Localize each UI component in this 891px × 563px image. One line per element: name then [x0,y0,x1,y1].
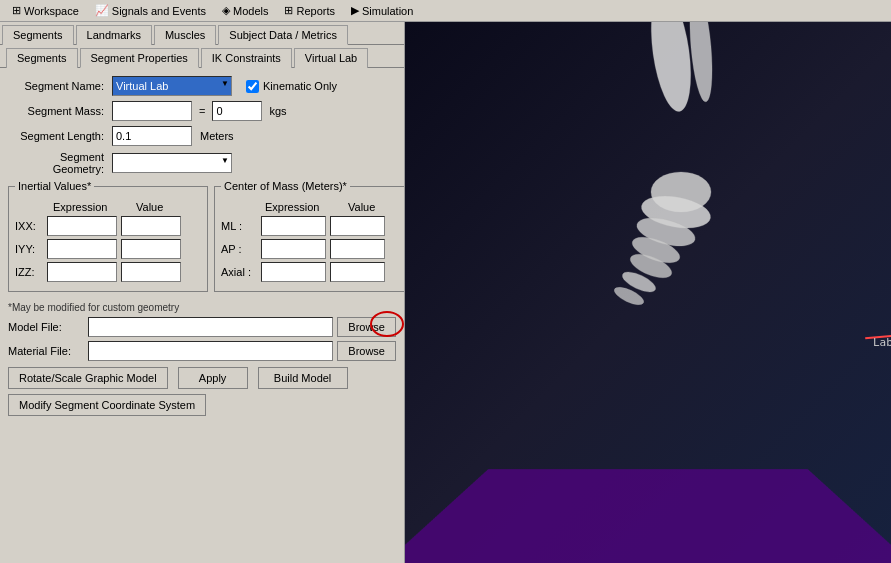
menu-workspace[interactable]: ⊞ Workspace [4,2,87,19]
tab-segment-properties[interactable]: Segment Properties [80,48,199,68]
axial-expr-input[interactable] [261,262,326,282]
ap-row: AP : [221,239,404,259]
right-panel: Lab_Z Lab_Y Lab_X Lab_Origin RSHK RKNE R… [405,22,891,563]
com-expr-header: Expression [265,201,340,213]
tab-bar-level1: Segments Landmarks Muscles Subject Data … [0,22,404,45]
svg-point-0 [645,22,697,114]
model-file-input[interactable] [88,317,333,337]
eq-sign: = [199,105,205,117]
ml-val-input[interactable] [330,216,385,236]
menu-simulation[interactable]: ▶ Simulation [343,2,421,19]
material-file-browse-button[interactable]: Browse [337,341,396,361]
ixx-label: IXX: [15,220,43,232]
ap-expr-input[interactable] [261,239,326,259]
tab-muscles[interactable]: Muscles [154,25,216,45]
material-file-input[interactable] [88,341,333,361]
iyy-label: IYY: [15,243,43,255]
rotate-scale-button[interactable]: Rotate/Scale Graphic Model [8,367,168,389]
com-title: Center of Mass (Meters)* [221,180,350,192]
segment-name-row: Segment Name: Virtual Lab Kinematic Only [8,76,396,96]
left-panel: Segments Landmarks Muscles Subject Data … [0,22,405,563]
izz-expr-input[interactable] [47,262,117,282]
tab-ik-constraints[interactable]: IK Constraints [201,48,292,68]
ap-val-input[interactable] [330,239,385,259]
segment-geometry-select-wrapper [112,153,232,173]
models-icon: ◈ [222,4,230,17]
segment-mass-unit: kgs [269,105,286,117]
segment-name-select-wrapper: Virtual Lab [112,76,232,96]
inertial-values-title: Inertial Values* [15,180,94,192]
segment-length-row: Segment Length: Meters [8,126,396,146]
reports-icon: ⊞ [284,4,293,17]
segment-geometry-row: Segment Geometry: [8,151,396,175]
model-file-browse-button[interactable]: Browse [337,317,396,337]
kinematic-only-checkbox[interactable] [246,80,259,93]
axial-row: Axial : [221,262,404,282]
ml-row: ML : [221,216,404,236]
axial-val-input[interactable] [330,262,385,282]
content-area: Segment Name: Virtual Lab Kinematic Only… [0,68,404,563]
inertial-val-header: Value [136,201,201,213]
menu-models[interactable]: ◈ Models [214,2,276,19]
lab-x-label: Lab_X [873,336,891,349]
izz-label: IZZ: [15,266,43,278]
iyy-expr-input[interactable] [47,239,117,259]
main-container: Segments Landmarks Muscles Subject Data … [0,22,891,563]
tab-segments[interactable]: Segments [2,25,74,45]
tab-landmarks[interactable]: Landmarks [76,25,152,45]
bottom-buttons-row1: Rotate/Scale Graphic Model Apply Build M… [8,367,396,389]
note-text: *May be modified for custom geometry [8,302,396,313]
tab-subject-data[interactable]: Subject Data / Metrics [218,25,348,45]
workspace-icon: ⊞ [12,4,21,17]
ixx-val-input[interactable] [121,216,181,236]
ml-expr-input[interactable] [261,216,326,236]
simulation-icon: ▶ [351,4,359,17]
tab-virtual-lab[interactable]: Virtual Lab [294,48,368,68]
material-file-row: Material File: Browse [8,341,396,361]
segment-name-select[interactable]: Virtual Lab [112,76,232,96]
kinematic-only-label: Kinematic Only [263,80,337,92]
apply-button[interactable]: Apply [178,367,248,389]
bottom-buttons-row2: Modify Segment Coordinate System [8,394,396,416]
segment-length-unit: Meters [200,130,234,142]
segment-geometry-select[interactable] [112,153,232,173]
modify-segment-button[interactable]: Modify Segment Coordinate System [8,394,206,416]
model-file-row: Model File: Browse [8,317,396,337]
browse-btn-container: Browse [337,317,396,337]
segment-mass-value-input[interactable] [212,101,262,121]
inertial-header: Expression Value [15,201,201,213]
izz-row: IZZ: [15,262,201,282]
build-model-button[interactable]: Build Model [258,367,348,389]
izz-val-input[interactable] [121,262,181,282]
tab-segments2[interactable]: Segments [6,48,78,68]
tab-bar-level2: Segments Segment Properties IK Constrain… [0,45,404,68]
svg-point-1 [686,22,716,103]
segment-length-input[interactable] [112,126,192,146]
material-file-label: Material File: [8,345,88,357]
ap-label: AP : [221,243,257,255]
menu-bar: ⊞ Workspace 📈 Signals and Events ◈ Model… [0,0,891,22]
ml-label: ML : [221,220,257,232]
ixx-row: IXX: [15,216,201,236]
segment-mass-input[interactable] [112,101,192,121]
com-header: Expression Value [221,201,404,213]
segment-geometry-label: Segment Geometry: [8,151,108,175]
model-file-label: Model File: [8,321,88,333]
ixx-expr-input[interactable] [47,216,117,236]
inertial-values-group: Inertial Values* Expression Value IXX: [8,186,208,292]
menu-reports[interactable]: ⊞ Reports [276,2,343,19]
axial-label: Axial : [221,266,257,278]
kinematic-only-row: Kinematic Only [246,80,337,93]
segment-length-label: Segment Length: [8,130,108,142]
menu-signals[interactable]: 📈 Signals and Events [87,2,214,19]
signals-icon: 📈 [95,4,109,17]
segment-mass-row: Segment Mass: = kgs [8,101,396,121]
iyy-val-input[interactable] [121,239,181,259]
bone-mesh-svg [591,22,891,362]
com-group: Center of Mass (Meters)* Expression Valu… [214,186,404,292]
com-val-header: Value [348,201,404,213]
segment-name-label: Segment Name: [8,80,108,92]
iyy-row: IYY: [15,239,201,259]
3d-viewport[interactable]: Lab_Z Lab_Y Lab_X Lab_Origin RSHK RKNE R… [405,22,891,563]
inertial-expr-header: Expression [53,201,128,213]
